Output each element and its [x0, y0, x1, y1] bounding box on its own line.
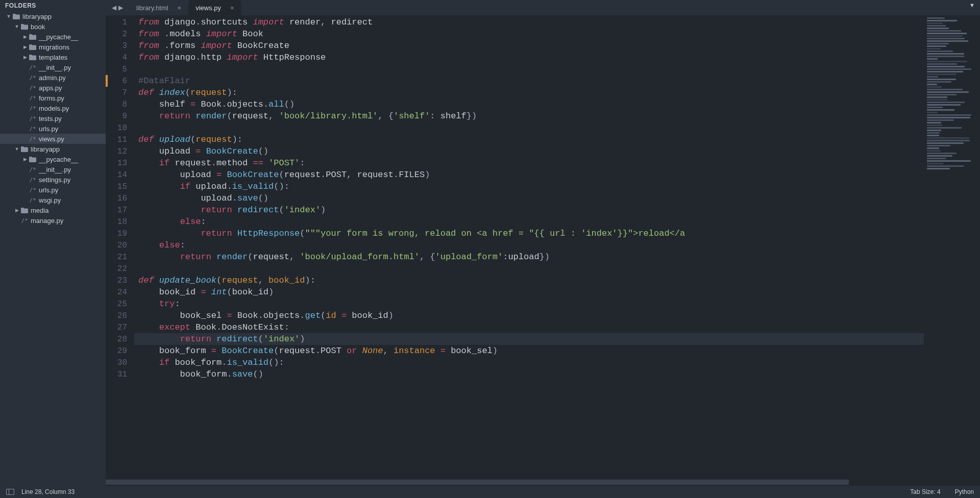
line-number[interactable]: 30 — [108, 358, 134, 367]
nav-forward-icon[interactable]: ▶ — [118, 4, 123, 11]
file-item[interactable]: /*admin.py — [0, 72, 106, 83]
code-line[interactable]: from .forms import BookCreate — [134, 40, 924, 52]
code-line[interactable]: def index(request): — [134, 87, 924, 98]
folder-item[interactable]: ▶migrations — [0, 42, 106, 52]
tree-arrow-icon[interactable]: ▶ — [22, 44, 28, 49]
tree-arrow-icon[interactable]: ▶ — [22, 55, 28, 60]
line-number[interactable]: 10 — [108, 123, 134, 133]
code-line[interactable] — [134, 63, 924, 75]
code-line[interactable]: else: — [134, 239, 924, 251]
code-line[interactable] — [134, 122, 924, 134]
line-number[interactable]: 3 — [108, 41, 134, 51]
folder-item[interactable]: ▶__pycache__ — [0, 154, 106, 164]
line-number[interactable]: 14 — [108, 170, 134, 180]
tree-arrow-icon[interactable]: ▶ — [14, 208, 19, 213]
line-number[interactable]: 22 — [108, 264, 134, 273]
tree-arrow-icon[interactable]: ▶ — [22, 34, 28, 39]
line-number[interactable]: 6 — [108, 77, 134, 86]
line-number[interactable]: 25 — [108, 300, 134, 309]
folder-item[interactable]: ▶templates — [0, 52, 106, 62]
code-line[interactable]: return redirect('index') — [134, 333, 924, 345]
file-item[interactable]: /*__init__.py — [0, 164, 106, 175]
editor-tab[interactable]: views.py× — [188, 0, 241, 15]
file-item[interactable]: /*wsgi.py — [0, 195, 106, 205]
code-line[interactable]: def update_book(request, book_id): — [134, 275, 924, 286]
line-number[interactable]: 13 — [108, 159, 134, 168]
scrollbar-thumb[interactable] — [106, 480, 849, 485]
tree-arrow-icon[interactable]: ▼ — [14, 146, 19, 152]
folder-item[interactable]: ▼book — [0, 21, 106, 32]
code-line[interactable]: else: — [134, 216, 924, 228]
code-line[interactable]: #DataFlair — [134, 75, 924, 87]
line-number[interactable]: 26 — [108, 311, 134, 320]
file-item[interactable]: /*settings.py — [0, 175, 106, 185]
code-line[interactable]: if upload.is_valid(): — [134, 181, 924, 192]
code-line[interactable]: from django.http import HttpResponse — [134, 52, 924, 63]
folder-item[interactable]: ▶__pycache__ — [0, 32, 106, 42]
code-line[interactable]: from django.shortcuts import render, red… — [134, 16, 924, 28]
line-number[interactable]: 21 — [108, 253, 134, 262]
folder-item[interactable]: ▶media — [0, 205, 106, 215]
code-line[interactable]: upload = BookCreate() — [134, 145, 924, 157]
code-line[interactable]: except Book.DoesNotExist: — [134, 321, 924, 333]
file-item[interactable]: /*forms.py — [0, 93, 106, 103]
code-line[interactable]: upload.save() — [134, 192, 924, 204]
line-number[interactable]: 1 — [108, 18, 134, 27]
tabbar-menu-icon[interactable]: ▼ — [969, 2, 975, 8]
code-line[interactable]: shelf = Book.objects.all() — [134, 98, 924, 110]
line-number[interactable]: 19 — [108, 229, 134, 238]
code-line[interactable]: def upload(request): — [134, 134, 924, 145]
code-line[interactable]: if request.method == 'POST': — [134, 157, 924, 169]
code-line[interactable]: book_sel = Book.objects.get(id = book_id… — [134, 310, 924, 321]
tree-arrow-icon[interactable]: ▼ — [14, 24, 19, 29]
file-item[interactable]: /*manage.py — [0, 215, 106, 226]
status-cursor[interactable]: Line 28, Column 33 — [21, 488, 75, 495]
code-line[interactable]: return render(request, 'book/upload_form… — [134, 251, 924, 263]
line-number[interactable]: 18 — [108, 217, 134, 227]
panel-layout-icon[interactable] — [6, 489, 14, 495]
code-line[interactable]: if book_form.is_valid(): — [134, 357, 924, 368]
line-number[interactable]: 8 — [108, 100, 134, 109]
line-number[interactable]: 29 — [108, 346, 134, 356]
line-number[interactable]: 23 — [108, 276, 134, 285]
code-line[interactable]: return redirect('index') — [134, 204, 924, 216]
file-item[interactable]: /*views.py — [0, 134, 106, 144]
tree-arrow-icon[interactable]: ▼ — [6, 14, 11, 19]
code-line[interactable]: try: — [134, 298, 924, 310]
line-number[interactable]: 31 — [108, 370, 134, 379]
line-number[interactable]: 15 — [108, 182, 134, 191]
status-syntax[interactable]: Python — [955, 488, 974, 495]
line-number[interactable]: 27 — [108, 323, 134, 332]
file-item[interactable]: /*tests.py — [0, 113, 106, 123]
code-line[interactable]: book_id = int(book_id) — [134, 286, 924, 298]
code-line[interactable] — [134, 263, 924, 275]
minimap[interactable] — [924, 15, 980, 479]
line-number[interactable]: 17 — [108, 206, 134, 215]
file-item[interactable]: /*models.py — [0, 103, 106, 113]
file-item[interactable]: /*urls.py — [0, 123, 106, 134]
code-line[interactable]: book_form.save() — [134, 368, 924, 380]
tab-close-icon[interactable]: × — [230, 4, 234, 12]
line-number[interactable]: 16 — [108, 194, 134, 203]
line-number[interactable]: 20 — [108, 241, 134, 250]
nav-back-icon[interactable]: ◀ — [112, 4, 116, 11]
file-item[interactable]: /*urls.py — [0, 185, 106, 195]
code-area[interactable]: 1234567891011121314151617181920212223242… — [106, 15, 980, 479]
line-number[interactable]: 4 — [108, 53, 134, 62]
file-item[interactable]: /*__init__.py — [0, 62, 106, 72]
line-number[interactable]: 11 — [108, 135, 134, 144]
folder-item[interactable]: ▼libraryapp — [0, 11, 106, 21]
code-line[interactable]: book_form = BookCreate(request.POST or N… — [134, 345, 924, 357]
line-number[interactable]: 28 — [108, 335, 134, 344]
editor-tab[interactable]: library.html× — [129, 0, 188, 15]
status-tabsize[interactable]: Tab Size: 4 — [910, 488, 940, 495]
folder-item[interactable]: ▼libraryapp — [0, 144, 106, 154]
code-line[interactable]: return HttpResponse("""your form is wron… — [134, 228, 924, 239]
line-number[interactable]: 7 — [108, 88, 134, 97]
line-number[interactable]: 24 — [108, 288, 134, 297]
tab-close-icon[interactable]: × — [178, 4, 182, 12]
line-number[interactable]: 9 — [108, 112, 134, 121]
code-line[interactable]: from .models import Book — [134, 28, 924, 40]
line-number[interactable]: 12 — [108, 147, 134, 156]
code-line[interactable]: upload = BookCreate(request.POST, reques… — [134, 169, 924, 181]
